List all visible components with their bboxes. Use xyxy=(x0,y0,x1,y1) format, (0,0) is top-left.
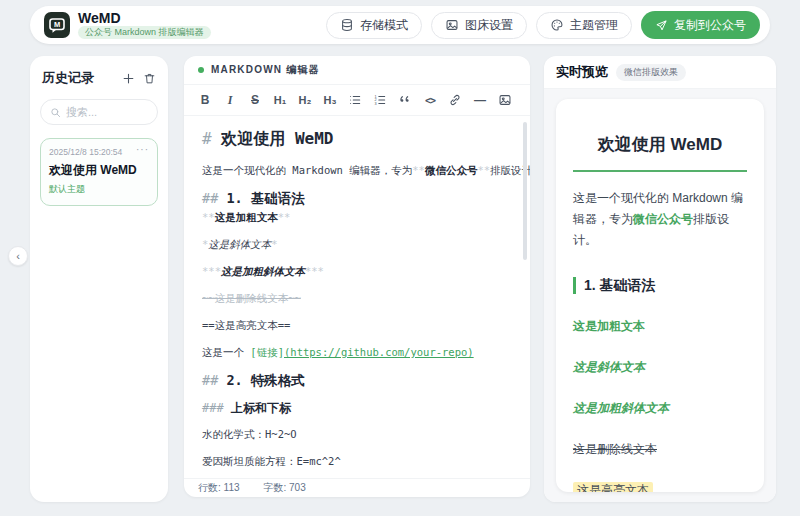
editor-line: ==这是高亮文本== xyxy=(202,319,512,332)
preview-mode-badge: 微信排版效果 xyxy=(616,64,686,81)
ordered-list-button[interactable]: 123 xyxy=(368,89,392,111)
preview-panel-header: 实时预览 微信排版效果 xyxy=(544,56,776,89)
history-item-theme-tag: 默认主题 xyxy=(49,183,149,196)
editor-toolbar: BISH₁H₂H₃123<>— xyxy=(184,85,530,116)
word-count: 字数: 703 xyxy=(264,481,306,495)
image-icon xyxy=(498,93,512,107)
heading-3-button[interactable]: H₃ xyxy=(318,89,342,111)
editor-line: ## 1. 基础语法 xyxy=(202,191,512,206)
history-item-timestamp: 2025/12/8 15:20:54 xyxy=(49,147,122,157)
preview-content: 欢迎使用 WeMD这是一个现代化的 Markdown 编辑器，专为微信公众号排版… xyxy=(573,121,747,492)
editor-line: *这是斜体文本* xyxy=(202,238,512,251)
copy-to-wechat-label: 复制到公众号 xyxy=(674,17,746,34)
image-icon xyxy=(445,18,459,32)
strikethrough-button[interactable]: S xyxy=(243,89,267,111)
preview-p: 这是一个现代化的 Markdown 编辑器，专为微信公众号排版设计。 xyxy=(573,188,747,251)
code-button[interactable]: <> xyxy=(418,89,442,111)
link-button[interactable] xyxy=(443,89,467,111)
copy-to-wechat-button[interactable]: 复制到公众号 xyxy=(641,11,760,39)
theme-management-label: 主题管理 xyxy=(570,17,618,34)
editor-panel-header: MARKDOWN 编辑器 xyxy=(184,56,530,85)
editor-status-bar: 行数: 113 字数: 703 xyxy=(184,478,530,497)
history-item-title: 欢迎使用 WeMD xyxy=(49,162,149,179)
history-title: 历史记录 xyxy=(42,69,94,87)
send-icon xyxy=(655,19,668,32)
svg-text:3: 3 xyxy=(374,102,376,106)
italic-button[interactable]: I xyxy=(218,89,242,111)
bold-button[interactable]: B xyxy=(193,89,217,111)
history-item-menu-button[interactable]: ··· xyxy=(136,147,149,153)
heading-1-button[interactable]: H₁ xyxy=(268,89,292,111)
editor-line: # 欢迎使用 WeMD xyxy=(202,130,512,148)
editor-content[interactable]: # 欢迎使用 WeMD这是一个现代化的 Markdown 编辑器，专为**微信公… xyxy=(184,116,530,478)
editor-line: 这是一个 [链接](https://github.com/your-repo) xyxy=(202,346,512,359)
svg-text:M: M xyxy=(54,20,60,29)
preview-body[interactable]: 欢迎使用 WeMD这是一个现代化的 Markdown 编辑器，专为微信公众号排版… xyxy=(544,89,776,502)
editor-panel-title: MARKDOWN 编辑器 xyxy=(211,63,320,77)
editor-scrollbar[interactable] xyxy=(523,122,527,260)
clear-history-button[interactable] xyxy=(143,72,156,85)
editor-panel: MARKDOWN 编辑器 BISH₁H₂H₃123<>— # 欢迎使用 WeMD… xyxy=(184,56,530,497)
horizontal-rule-button[interactable]: — xyxy=(468,89,492,111)
app-subtitle-badge: 公众号 Markdown 排版编辑器 xyxy=(78,26,211,39)
top-header: M WeMD 公众号 Markdown 排版编辑器 存储模式 图床设置 主题管理… xyxy=(30,6,770,44)
ordered-list-icon: 123 xyxy=(373,93,387,107)
brand: M WeMD 公众号 Markdown 排版编辑器 xyxy=(44,11,211,39)
header-actions: 存储模式 图床设置 主题管理 复制到公众号 xyxy=(326,11,760,39)
new-document-button[interactable] xyxy=(122,72,135,85)
app-logo-icon: M xyxy=(44,12,70,38)
preview-h1: 欢迎使用 WeMD xyxy=(573,121,747,172)
plus-icon xyxy=(122,72,135,85)
theme-management-button[interactable]: 主题管理 xyxy=(536,12,632,39)
preview-p: 这是加粗文本 xyxy=(573,316,747,337)
image-host-settings-label: 图床设置 xyxy=(465,17,513,34)
image-button[interactable] xyxy=(493,89,517,111)
search-icon xyxy=(50,107,61,118)
palette-icon xyxy=(550,18,564,32)
chevron-left-icon: ‹ xyxy=(16,251,20,262)
history-header: 历史记录 xyxy=(40,69,158,87)
editor-line: 水的化学式：H~2~O xyxy=(202,428,512,441)
editor-line: **这是加粗文本** xyxy=(202,211,512,224)
preview-p: 这是加粗斜体文本 xyxy=(573,398,747,419)
sidebar-collapse-button[interactable]: ‹ xyxy=(8,246,28,266)
preview-p: 这是斜体文本 xyxy=(573,357,747,378)
editor-line: ***这是加粗斜体文本*** xyxy=(202,265,512,278)
quote-button[interactable] xyxy=(393,89,417,111)
editor-line: ~~这是删除线文本~~ xyxy=(202,292,512,305)
trash-icon xyxy=(143,72,156,85)
editor-line: ### 上标和下标 xyxy=(202,401,512,415)
search-box xyxy=(40,99,158,125)
preview-p: 这是高亮文本 xyxy=(573,480,747,492)
search-input[interactable] xyxy=(66,106,148,118)
link-icon xyxy=(448,93,462,107)
line-count: 行数: 113 xyxy=(198,481,240,495)
heading-2-button[interactable]: H₂ xyxy=(293,89,317,111)
editor-line: 这是一个现代化的 Markdown 编辑器，专为**微信公众号**排版设计。 xyxy=(202,164,512,177)
editor-status-dot xyxy=(198,67,204,73)
preview-panel-title: 实时预览 xyxy=(556,63,608,81)
editor-line: ## 2. 特殊格式 xyxy=(202,373,512,388)
app-title: WeMD xyxy=(78,11,211,25)
database-icon xyxy=(340,18,354,32)
preview-p: 这是删除线文本 xyxy=(573,439,747,460)
history-item[interactable]: 2025/12/8 15:20:54 ··· 欢迎使用 WeMD 默认主题 xyxy=(40,138,158,206)
preview-panel: 实时预览 微信排版效果 欢迎使用 WeMD这是一个现代化的 Markdown 编… xyxy=(544,56,776,502)
bullet-list-icon xyxy=(348,93,362,107)
quote-icon xyxy=(398,93,412,107)
bullet-list-button[interactable] xyxy=(343,89,367,111)
editor-line: 爱因斯坦质能方程：E=mc^2^ xyxy=(202,455,512,468)
storage-mode-label: 存储模式 xyxy=(360,17,408,34)
preview-h2: 1. 基础语法 xyxy=(573,277,747,294)
storage-mode-button[interactable]: 存储模式 xyxy=(326,12,422,39)
preview-card: 欢迎使用 WeMD这是一个现代化的 Markdown 编辑器，专为微信公众号排版… xyxy=(556,99,764,492)
image-host-settings-button[interactable]: 图床设置 xyxy=(431,12,527,39)
history-sidebar: 历史记录 2025/12/8 15:20:54 ··· 欢迎使用 WeMD 默认… xyxy=(30,56,168,502)
